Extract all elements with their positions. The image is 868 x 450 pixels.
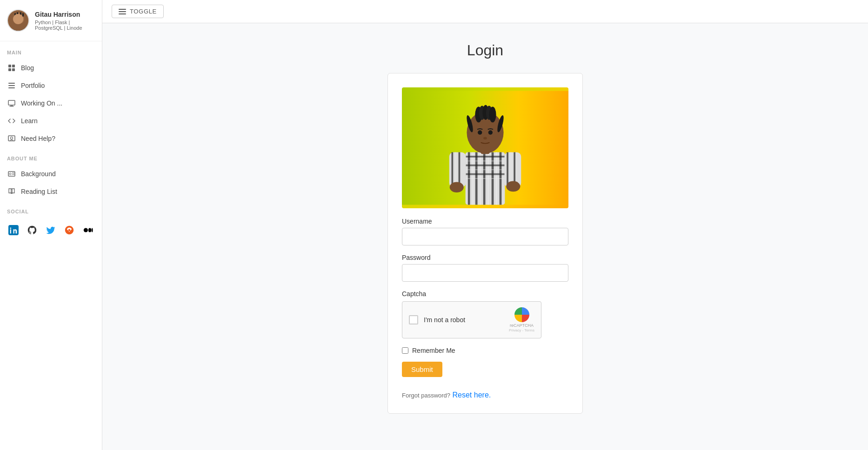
svg-rect-12 xyxy=(12,68,15,71)
recaptcha-logo-icon xyxy=(514,307,529,322)
twitter-icon[interactable] xyxy=(44,224,57,237)
username-input[interactable] xyxy=(402,228,568,245)
monitor-icon xyxy=(7,99,16,108)
hamburger-icon xyxy=(119,9,126,14)
recaptcha-privacy: Privacy - Terms xyxy=(509,328,534,332)
sidebar-section-social-label: SOCIAL xyxy=(0,200,102,218)
recaptcha-label: reCAPTCHA xyxy=(510,323,534,328)
captcha-box[interactable]: I'm not a robot reCAPTCHA Privacy - Term… xyxy=(402,301,541,338)
remember-me-group: Remember Me xyxy=(402,347,568,354)
profile-info: Gitau Harrison Python | Flask | PostgreS… xyxy=(35,11,95,31)
svg-point-8 xyxy=(20,18,22,20)
svg-point-26 xyxy=(84,228,88,232)
svg-rect-6 xyxy=(22,13,24,17)
recaptcha-logo-area: reCAPTCHA Privacy - Terms xyxy=(509,307,534,332)
sidebar-section-main-label: MAIN xyxy=(0,41,102,59)
password-input[interactable] xyxy=(402,264,568,282)
svg-point-57 xyxy=(488,130,493,134)
sidebar-item-reading-list[interactable]: Reading List xyxy=(0,183,102,200)
captcha-label: Captcha xyxy=(402,290,568,298)
captcha-checkbox[interactable] xyxy=(409,315,418,324)
password-label: Password xyxy=(402,254,568,261)
reset-link[interactable]: Reset here. xyxy=(453,391,491,399)
profile-tags: Python | Flask | PostgreSQL | Linode xyxy=(35,20,95,31)
sidebar-item-background-label: Background xyxy=(21,170,56,178)
linkedin-icon[interactable] xyxy=(7,224,20,237)
toggle-label: Toggle xyxy=(130,8,157,15)
sidebar-item-blog-label: Blog xyxy=(21,64,34,72)
main-content: Toggle Login xyxy=(102,0,868,450)
svg-rect-15 xyxy=(8,87,15,88)
captcha-text: I'm not a robot xyxy=(424,316,465,324)
submit-area: Submit xyxy=(402,362,568,384)
remember-me-checkbox[interactable] xyxy=(402,347,408,354)
svg-point-56 xyxy=(478,130,482,134)
sidebar-item-learn[interactable]: Learn xyxy=(0,112,102,130)
svg-rect-5 xyxy=(20,12,21,16)
social-icons-group xyxy=(0,218,102,242)
sidebar-item-need-help[interactable]: Need Help? xyxy=(0,130,102,147)
remember-me-label: Remember Me xyxy=(412,347,455,354)
profile-name: Gitau Harrison xyxy=(35,11,95,18)
sidebar-item-background[interactable]: Background xyxy=(0,165,102,183)
sidebar-item-portfolio-label: Portfolio xyxy=(21,82,45,89)
svg-point-2 xyxy=(13,25,26,32)
svg-point-0 xyxy=(8,9,28,32)
sidebar-profile: Gitau Harrison Python | Flask | PostgreS… xyxy=(0,0,102,41)
svg-point-20 xyxy=(11,137,13,139)
svg-rect-4 xyxy=(17,12,18,16)
svg-rect-16 xyxy=(8,100,15,105)
sidebar-section-about-label: ABOUT ME xyxy=(0,147,102,165)
svg-point-58 xyxy=(483,137,487,139)
sidebar-item-reading-list-label: Reading List xyxy=(21,188,57,195)
page-body: Login xyxy=(102,23,868,450)
sidebar-item-portfolio[interactable]: Portfolio xyxy=(0,77,102,94)
help-icon xyxy=(7,134,16,143)
profile-image xyxy=(402,87,568,208)
svg-point-27 xyxy=(88,228,91,232)
username-label: Username xyxy=(402,218,568,225)
page-title: Login xyxy=(276,42,694,59)
svg-rect-13 xyxy=(8,83,15,84)
sidebar-item-blog[interactable]: Blog xyxy=(0,59,102,77)
svg-point-53 xyxy=(489,106,496,122)
sidebar: Gitau Harrison Python | Flask | PostgreS… xyxy=(0,0,102,450)
svg-rect-10 xyxy=(12,65,15,67)
id-card-icon xyxy=(7,169,16,179)
captcha-group: Captcha I'm not a robot reCAPTCHA Privac… xyxy=(402,290,568,338)
medium-icon[interactable] xyxy=(81,224,94,237)
forgot-password-area: Forgot password? Reset here. xyxy=(402,391,568,399)
svg-rect-11 xyxy=(8,68,11,71)
svg-point-22 xyxy=(9,173,11,175)
code-icon xyxy=(7,116,16,126)
sidebar-item-working-on-label: Working On ... xyxy=(21,99,62,107)
login-container: Username Password Captcha xyxy=(387,73,583,414)
forgot-password-text: Forgot password? xyxy=(402,392,450,399)
svg-rect-9 xyxy=(8,65,11,67)
svg-rect-18 xyxy=(9,106,14,107)
svg-point-68 xyxy=(506,181,520,192)
submit-button[interactable]: Submit xyxy=(402,362,442,377)
hashnode-icon[interactable] xyxy=(63,224,76,237)
avatar xyxy=(7,9,29,32)
password-group: Password xyxy=(402,254,568,282)
toggle-button[interactable]: Toggle xyxy=(112,5,164,18)
username-group: Username xyxy=(402,218,568,245)
book-icon xyxy=(7,187,16,196)
sidebar-item-learn-label: Learn xyxy=(21,117,38,125)
github-icon[interactable] xyxy=(26,224,39,237)
grid-icon xyxy=(7,63,16,73)
sidebar-item-need-help-label: Need Help? xyxy=(21,135,55,142)
svg-rect-14 xyxy=(8,85,15,86)
svg-point-28 xyxy=(92,228,93,232)
sidebar-item-working-on[interactable]: Working On ... xyxy=(0,94,102,112)
svg-rect-3 xyxy=(14,13,16,17)
topbar: Toggle xyxy=(102,0,868,23)
svg-rect-17 xyxy=(10,106,13,106)
svg-point-7 xyxy=(16,18,18,20)
svg-point-67 xyxy=(450,182,464,192)
list-icon xyxy=(7,81,16,90)
